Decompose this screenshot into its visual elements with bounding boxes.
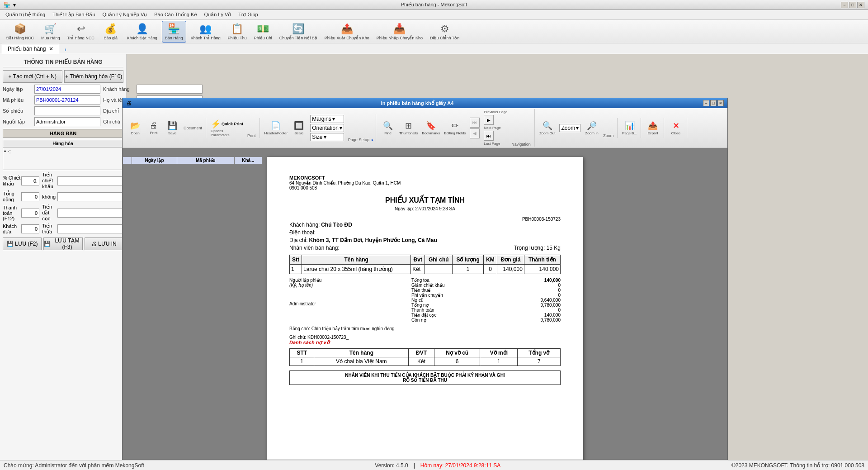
first-page-button[interactable]: ⏮: [470, 118, 480, 128]
thanh-toan-input[interactable]: [21, 209, 39, 218]
add-product-button[interactable]: + Thêm hàng hóa (F10): [64, 70, 124, 83]
bookmarks-button[interactable]: 🔖 Bookmarks: [420, 118, 442, 138]
tab-phieu-ban-hang[interactable]: Phiếu bán hàng ✕: [2, 44, 59, 54]
page-b-button[interactable]: 📊 Page B...: [620, 118, 639, 138]
zoom-dropdown[interactable]: Zoom ▾: [559, 124, 580, 132]
scale-icon: 🔲: [294, 121, 304, 131]
quick-print-button[interactable]: ⚡ Quick Print Options Parameters: [209, 118, 245, 138]
dialog-restore-button[interactable]: □: [710, 100, 717, 106]
menu-tro-giup[interactable]: Trợ Giúp: [235, 11, 261, 19]
thumbnails-icon: ⊞: [405, 121, 412, 131]
editing-fields-button[interactable]: ✏ Editing Fields: [442, 118, 467, 138]
so-phieu-input[interactable]: [34, 106, 100, 115]
menu-bao-cao[interactable]: Báo Cáo Thống Kê: [151, 11, 200, 19]
nguoi-lap-input[interactable]: [34, 117, 100, 126]
orientation-label: Orientation: [312, 125, 339, 131]
title-bar-left: 🏪 ▾: [4, 2, 16, 8]
margins-dropdown[interactable]: Margins ▾ Orientation ▾ Size ▾: [308, 114, 346, 142]
mua-hang-button[interactable]: 🛒 Mua Hàng: [38, 21, 63, 43]
tab-add-button[interactable]: +: [60, 46, 70, 54]
vt-col-dvt: ĐVT: [409, 349, 434, 357]
dialog-close-button[interactable]: ✕: [717, 100, 724, 106]
menu-quan-ly[interactable]: Quản Lý Nghiệp Vụ: [99, 11, 151, 19]
dieu-chinh-ton-button[interactable]: ⚙ Điều Chỉnh Tồn: [427, 21, 462, 43]
tab-label: Phiếu bán hàng: [8, 46, 46, 52]
chiet-khau-input[interactable]: [21, 176, 39, 185]
col-ngay-lap[interactable]: Ngày lập: [132, 157, 177, 164]
restore-button[interactable]: □: [849, 2, 856, 8]
col-khach[interactable]: Khá...: [234, 157, 262, 164]
thumbnails-button[interactable]: ⊞ Thumbnails: [397, 118, 420, 138]
no-cu-row: Nợ cũ 9,640,000: [411, 298, 561, 303]
next-page-button[interactable]: ▶: [484, 115, 494, 125]
print-button[interactable]: 🖨 LƯU IN: [85, 237, 123, 250]
page-setup-more[interactable]: ▸: [372, 138, 374, 142]
dat-hang-ncc-button[interactable]: 📦 Đặt Hàng NCC: [4, 21, 37, 43]
nhan-vien-field: Nhân viên bán hàng: Trọng lượng: 15 Kg: [289, 245, 561, 251]
last-page-button[interactable]: ⏭: [484, 131, 494, 141]
close-button[interactable]: ✕: [857, 2, 864, 8]
khach-dua-input[interactable]: [21, 224, 39, 233]
print-doc-button[interactable]: 🖨 Print: [145, 118, 163, 138]
dialog-minimize-button[interactable]: −: [703, 100, 709, 106]
tien-thua-input[interactable]: [57, 224, 123, 233]
menu-thiet-lap[interactable]: Thiết Lập Ban Đầu: [49, 11, 99, 19]
col-ma-phieu[interactable]: Mã phiếu: [177, 157, 234, 164]
tab-close-icon[interactable]: ✕: [49, 46, 53, 52]
administrator-name: Administrator: [289, 301, 398, 306]
khach-dat-hang-button[interactable]: 👤 Khách Đặt Hàng: [124, 21, 160, 43]
save-temp-button[interactable]: 💾 LƯU TẠM (F3): [43, 237, 82, 250]
ban-hang-button[interactable]: 🏪 Bán Hàng: [162, 21, 186, 43]
size-label: Size: [312, 134, 322, 140]
khach-hang-input[interactable]: [137, 85, 203, 94]
page-b-label: Page B...: [622, 131, 637, 135]
phieu-chi-button[interactable]: 💵 Phiếu Chi: [251, 21, 275, 43]
minimize-button[interactable]: −: [841, 2, 848, 8]
status-version: Version: 4.5.0: [375, 462, 408, 469]
next-page-label: Next Page: [484, 126, 507, 130]
ma-phieu-input[interactable]: [34, 95, 100, 104]
no-vo-title: Danh sách nợ vỡ: [289, 340, 561, 346]
dialog-title-bar: 🖨 In phiếu bán hàng khổ giấy A4 − □ ✕: [123, 98, 727, 108]
zoom-in-button[interactable]: 🔎 Zoom In: [583, 118, 601, 138]
save-button[interactable]: 💾 LƯU (F2): [3, 237, 42, 250]
print-doc-label: Print: [150, 131, 157, 135]
editing-fields-label: Editing Fields: [444, 131, 466, 135]
tien-dat-coc-input[interactable]: [57, 209, 123, 218]
tra-hang-ncc-button[interactable]: ↩ Trả Hàng NCC: [65, 21, 97, 43]
cell-so-luong: 1: [453, 265, 484, 274]
close-print-button[interactable]: ✕ Close: [667, 118, 685, 138]
menu-quan-ly-vo[interactable]: Quản Lý Vỡ: [201, 11, 235, 19]
main-toolbar: 📦 Đặt Hàng NCC 🛒 Mua Hàng ↩ Trả Hàng NCC…: [0, 20, 868, 43]
tong-cong-input[interactable]: [21, 192, 39, 201]
header-footer-button[interactable]: 📄 Header/Footer: [263, 118, 290, 138]
ngay-lap-input[interactable]: [34, 85, 100, 94]
dat-hang-ncc-icon: 📦: [14, 23, 26, 35]
zoom-out-button[interactable]: 🔍 Zoom Out: [538, 118, 557, 138]
page-b-group: 📊 Page B...: [618, 118, 641, 138]
page-b-icon: 📊: [625, 121, 635, 131]
khach-dua-label: Khách đưa: [3, 223, 21, 235]
chuyen-tien-button[interactable]: 🔄 Chuyển Tiền Nội Bộ: [277, 21, 320, 43]
scale-button[interactable]: 🔲 Scale: [290, 118, 308, 138]
prev-page-button[interactable]: ◀: [470, 128, 480, 138]
bao-gia-button[interactable]: 💰 Báo giá: [99, 21, 123, 43]
menu-quan-tri[interactable]: Quản trị hệ thống: [2, 11, 49, 19]
create-new-button[interactable]: + Tạo mới (Ctrl + N): [3, 70, 62, 83]
tien-chiet-khau-input[interactable]: [57, 176, 123, 185]
zoom-group: 🔍 Zoom Out Zoom ▾ 🔎 Zoom In Zoom: [536, 118, 618, 138]
find-button[interactable]: 🔍 Find: [379, 118, 397, 138]
tra-hang-ncc-icon: ↩: [77, 23, 85, 35]
phieu-xuat-button[interactable]: 📤 Phiếu Xuất Chuyển Kho: [322, 21, 372, 43]
open-button[interactable]: 📂 Open: [126, 118, 144, 138]
phieu-thu-button[interactable]: 📋 Phiếu Thu: [225, 21, 250, 43]
save-doc-button[interactable]: 💾 Save: [163, 118, 181, 138]
khach-tra-hang-button[interactable]: 👥 Khách Trả Hàng: [188, 21, 223, 43]
print-dialog: 🖨 In phiếu bán hàng khổ giấy A4 − □ ✕ 📂 …: [122, 98, 728, 460]
export-button[interactable]: 📤 Export: [644, 118, 662, 138]
phieu-nhap-button[interactable]: 📥 Phiếu Nhập Chuyển Kho: [374, 21, 425, 43]
doc-address: 64 Nguyễn Đình Chiểu, Phường Đa Kao, Quậ…: [289, 180, 561, 185]
no-vo-table: STT Tên hàng ĐVT Nợ vỡ cũ Vỡ mới Tổng vỡ…: [289, 348, 561, 366]
khach-tra-hang-icon: 👥: [199, 23, 212, 35]
khong-input[interactable]: [57, 192, 123, 201]
